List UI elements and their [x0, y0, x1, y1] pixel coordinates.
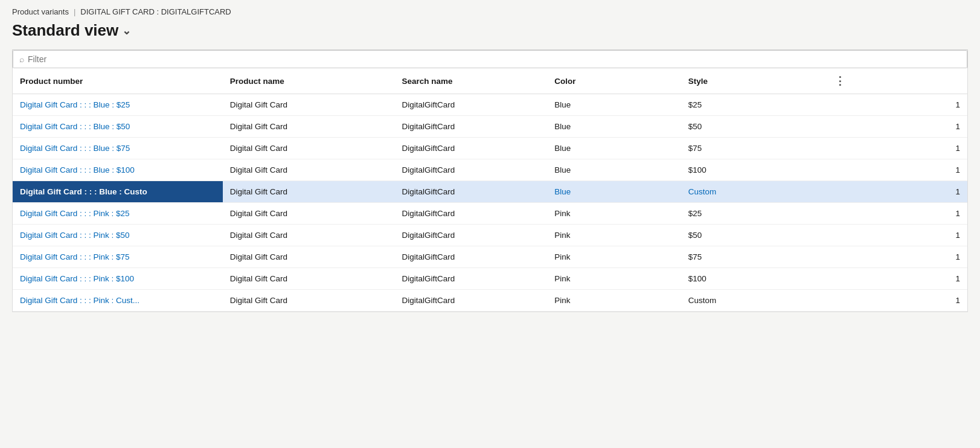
breadcrumb-current: DIGITAL GIFT CARD : DIGITALGIFTCARD [80, 7, 231, 16]
cell-search-name: DigitalGiftCard [394, 203, 547, 225]
filter-input[interactable] [28, 54, 961, 64]
cell-search-name: DigitalGiftCard [394, 94, 547, 116]
cell-product-name: Digital Gift Card [223, 159, 395, 181]
cell-total-weight: 1 [834, 290, 967, 312]
cell-product-number[interactable]: Digital Gift Card : : : Blue : $75 [13, 138, 223, 159]
cell-style: $25 [681, 203, 834, 225]
cell-product-number[interactable]: Digital Gift Card : : : Blue : $50 [13, 116, 223, 138]
cell-product-number[interactable]: Digital Gift Card : : : Pink : $75 [13, 246, 223, 268]
cell-style: $100 [681, 268, 834, 290]
cell-total-weight: 1 [834, 138, 967, 159]
cell-product-number[interactable]: Digital Gift Card : : : Blue : Custo [13, 181, 223, 203]
cell-product-name: Digital Gift Card [223, 290, 395, 312]
page-title[interactable]: Standard view ⌄ [12, 21, 968, 40]
cell-color: Pink [547, 203, 681, 225]
column-menu-icon[interactable]: ⋮ [834, 74, 845, 88]
cell-color: Pink [547, 246, 681, 268]
cell-color: Blue [547, 181, 681, 203]
cell-total-weight: 1 [834, 116, 967, 138]
cell-search-name: DigitalGiftCard [394, 268, 547, 290]
cell-product-number[interactable]: Digital Gift Card : : : Pink : $25 [13, 203, 223, 225]
cell-style: Custom [681, 181, 834, 203]
breadcrumb: Product variants | DIGITAL GIFT CARD : D… [12, 7, 968, 16]
table-row[interactable]: Digital Gift Card : : : Blue : $25Digita… [13, 94, 967, 116]
chevron-down-icon: ⌄ [122, 24, 131, 37]
cell-total-weight: 1 [834, 268, 967, 290]
table-row[interactable]: Digital Gift Card : : : Pink : $50Digita… [13, 225, 967, 246]
search-icon: ⌕ [19, 54, 24, 64]
cell-color: Blue [547, 116, 681, 138]
cell-product-number[interactable]: Digital Gift Card : : : Pink : $50 [13, 225, 223, 246]
col-header-product-name: Product name [223, 68, 395, 94]
cell-product-number[interactable]: Digital Gift Card : : : Blue : $100 [13, 159, 223, 181]
breadcrumb-link[interactable]: Product variants [12, 7, 69, 16]
breadcrumb-separator: | [74, 7, 75, 16]
cell-product-name: Digital Gift Card [223, 268, 395, 290]
cell-search-name: DigitalGiftCard [394, 290, 547, 312]
cell-style: $100 [681, 159, 834, 181]
table-row[interactable]: Digital Gift Card : : : Blue : $75Digita… [13, 138, 967, 159]
cell-total-weight: 1 [834, 203, 967, 225]
cell-style: $50 [681, 116, 834, 138]
table-row[interactable]: Digital Gift Card : : : Blue : $50Digita… [13, 116, 967, 138]
table-row[interactable]: Digital Gift Card : : : Pink : $75Digita… [13, 246, 967, 268]
cell-style: $75 [681, 246, 834, 268]
cell-color: Blue [547, 159, 681, 181]
cell-product-name: Digital Gift Card [223, 246, 395, 268]
filter-bar: ⌕ [13, 50, 967, 68]
col-header-total-weight: Total weight ⋮ [834, 68, 853, 94]
variants-table: Product number Product name Search name … [13, 68, 967, 312]
cell-color: Pink [547, 225, 681, 246]
cell-total-weight: 1 [834, 181, 967, 203]
cell-product-name: Digital Gift Card [223, 138, 395, 159]
table-row[interactable]: Digital Gift Card : : : Pink : Cust...Di… [13, 290, 967, 312]
cell-search-name: DigitalGiftCard [394, 246, 547, 268]
table-header-row: Product number Product name Search name … [13, 68, 967, 94]
table-container: Product number Product name Search name … [12, 68, 968, 312]
table-row[interactable]: Digital Gift Card : : : Blue : $100Digit… [13, 159, 967, 181]
cell-total-weight: 1 [834, 225, 967, 246]
table-row[interactable]: Digital Gift Card : : : Pink : $100Digit… [13, 268, 967, 290]
cell-product-number[interactable]: Digital Gift Card : : : Pink : $100 [13, 268, 223, 290]
cell-total-weight: 1 [834, 246, 967, 268]
cell-product-name: Digital Gift Card [223, 116, 395, 138]
cell-search-name: DigitalGiftCard [394, 159, 547, 181]
cell-style: Custom [681, 290, 834, 312]
cell-color: Pink [547, 290, 681, 312]
cell-product-number[interactable]: Digital Gift Card : : : Pink : Cust... [13, 290, 223, 312]
cell-product-name: Digital Gift Card [223, 94, 395, 116]
cell-product-name: Digital Gift Card [223, 203, 395, 225]
cell-color: Blue [547, 138, 681, 159]
cell-color: Pink [547, 268, 681, 290]
table-row[interactable]: Digital Gift Card : : : Blue : CustoDigi… [13, 181, 967, 203]
cell-total-weight: 1 [834, 94, 967, 116]
cell-search-name: DigitalGiftCard [394, 225, 547, 246]
col-header-color: Color [547, 68, 681, 94]
cell-product-number[interactable]: Digital Gift Card : : : Blue : $25 [13, 94, 223, 116]
cell-product-name: Digital Gift Card [223, 225, 395, 246]
col-header-style: Style [681, 68, 834, 94]
cell-search-name: DigitalGiftCard [394, 181, 547, 203]
col-header-search-name: Search name [394, 68, 547, 94]
cell-color: Blue [547, 94, 681, 116]
cell-product-name: Digital Gift Card [223, 181, 395, 203]
cell-style: $50 [681, 225, 834, 246]
col-header-product-number: Product number [13, 68, 223, 94]
cell-style: $75 [681, 138, 834, 159]
filter-container: ⌕ [12, 50, 968, 68]
table-row[interactable]: Digital Gift Card : : : Pink : $25Digita… [13, 203, 967, 225]
cell-search-name: DigitalGiftCard [394, 116, 547, 138]
cell-search-name: DigitalGiftCard [394, 138, 547, 159]
cell-style: $25 [681, 94, 834, 116]
cell-total-weight: 1 [834, 159, 967, 181]
